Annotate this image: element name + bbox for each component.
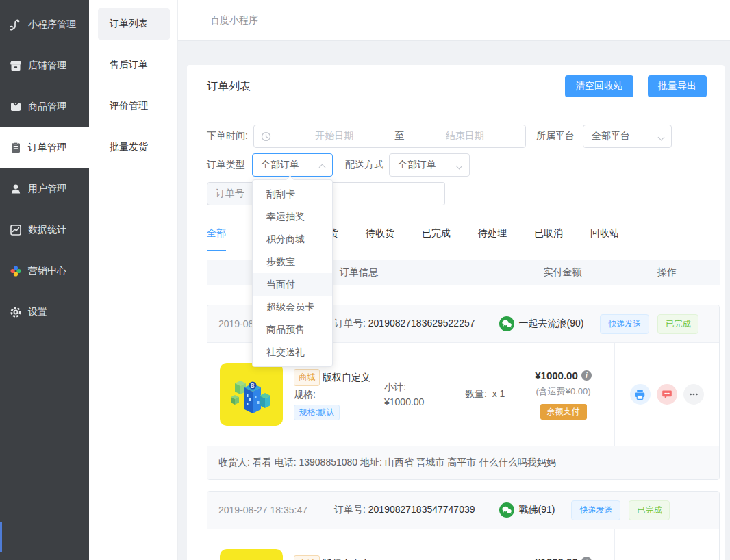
product-name[interactable]: 版权自定义 <box>323 372 370 383</box>
secondary-sidebar: 订单列表 售后订单 评价管理 批量发货 <box>89 0 178 560</box>
order-number: 订单号: 20190827183547747039 <box>334 504 475 516</box>
delivery-badge: 快递发送 <box>600 314 649 334</box>
panel-header: 订单列表 清空回收站 批量导出 <box>207 65 720 97</box>
sidebar-item-orders[interactable]: 订单管理 <box>0 127 89 168</box>
address-text: 收货人: 看看 电话: 13908851080 地址: 山西省 晋城市 高平市 … <box>218 457 555 469</box>
tab-cancelled[interactable]: 已取消 <box>534 227 563 251</box>
submenu-item-batch-ship[interactable]: 批量发货 <box>98 131 170 163</box>
date-range-input[interactable]: 开始日期 至 结束日期 <box>253 125 526 148</box>
wechat-icon <box>499 316 514 331</box>
buyer[interactable]: 戰佛(91) <box>499 502 555 518</box>
more-button[interactable] <box>683 384 704 405</box>
date-start-placeholder[interactable]: 开始日期 <box>274 130 395 142</box>
order-icon <box>10 142 22 154</box>
delivery-mode-select[interactable]: 全部订单 <box>389 153 470 177</box>
dropdown-option[interactable]: 积分商城 <box>253 228 332 251</box>
sidebar-item-shop[interactable]: 店铺管理 <box>0 45 89 86</box>
date-end-placeholder[interactable]: 结束日期 <box>405 130 526 142</box>
clear-recycle-button[interactable]: 清空回收站 <box>565 75 633 97</box>
ellipsis-icon <box>688 389 699 400</box>
shop-icon <box>10 60 22 72</box>
order-card: 2019-08-27 18:35:47 订单号: 201908271835477… <box>207 491 720 560</box>
submenu-item-reviews[interactable]: 评价管理 <box>98 90 170 122</box>
app-window: 小程序管理 店铺管理 商品管理 订单管理 用户管理 <box>0 0 730 560</box>
actions-cell <box>615 343 718 446</box>
clock-icon <box>261 131 271 142</box>
order-type-select[interactable]: 全部订单 <box>252 153 333 177</box>
message-button[interactable] <box>657 384 677 405</box>
batch-export-button[interactable]: 批量导出 <box>648 75 707 97</box>
tab-recycle[interactable]: 回收站 <box>590 227 619 251</box>
sidebar-item-label: 商品管理 <box>28 101 66 113</box>
order-type-label: 订单类型 <box>207 159 245 171</box>
product-info-cell: 商城版权自定义 规格: 规格:默认 小计: ¥1000.00 数量: x 1 <box>207 529 512 560</box>
platform-filter-label: 所属平台 <box>536 130 575 142</box>
dropdown-option[interactable]: 刮刮卡 <box>253 183 332 205</box>
product-thumbnail[interactable] <box>220 549 283 560</box>
filter-row-time: 下单时间: 开始日期 至 结束日期 所属平台 全部平台 <box>207 125 720 148</box>
subtotal-value: ¥1000.00 <box>384 394 450 409</box>
sidebar-item-label: 订单管理 <box>28 142 66 154</box>
amount-cell: ¥1000.00i (含运费¥0.00) 余额支付 <box>512 343 615 446</box>
submenu-item-label: 批量发货 <box>110 141 148 153</box>
svg-text:B: B <box>251 383 255 390</box>
sidebar-item-goods[interactable]: 商品管理 <box>0 86 89 127</box>
print-button[interactable] <box>630 384 651 405</box>
dropdown-option[interactable]: 商品预售 <box>253 318 332 341</box>
sidebar-item-marketing[interactable]: 营销中心 <box>0 251 89 292</box>
sidebar-scrollbar-thumb[interactable] <box>0 522 2 552</box>
mall-tag: 商城 <box>294 369 320 386</box>
dropdown-option[interactable]: 社交送礼 <box>253 341 332 364</box>
dropdown-option[interactable]: 幸运抽奖 <box>253 205 332 228</box>
dropdown-option[interactable]: 步数宝 <box>253 251 332 273</box>
order-body: 商城版权自定义 规格: 规格:默认 小计: ¥1000.00 数量: x 1 ¥… <box>207 529 719 560</box>
dropdown-option[interactable]: 超级会员卡 <box>253 296 332 318</box>
spec-badge: 规格:默认 <box>294 405 340 420</box>
goods-icon <box>10 101 22 113</box>
amount-cell: ¥1000.00i (含运费¥0.00) 余额支付 <box>512 529 615 560</box>
subtotal-block: 小计: ¥1000.00 <box>384 379 450 409</box>
primary-sidebar: 小程序管理 店铺管理 商品管理 订单管理 用户管理 <box>0 0 89 560</box>
submenu-item-order-list[interactable]: 订单列表 <box>98 8 170 40</box>
order-number: 订单号: 20190827183629522257 <box>334 318 475 330</box>
stats-icon <box>10 224 22 236</box>
info-icon[interactable]: i <box>581 557 592 560</box>
settings-icon <box>10 306 22 318</box>
mini-program-icon <box>10 18 22 31</box>
sidebar-item-settings[interactable]: 设置 <box>0 292 89 333</box>
platform-label[interactable]: 百度小程序 <box>210 14 258 27</box>
buyer-name: 戰佛(91) <box>519 504 555 516</box>
filter-row-type: 订单类型 全部订单 配送方式 全部订单 <box>207 153 720 177</box>
submenu-item-label: 评价管理 <box>110 100 148 112</box>
topbar: 百度小程序 <box>178 0 730 41</box>
search-type-select[interactable]: 订单号 <box>207 182 258 205</box>
column-header-amount: 实付金额 <box>511 266 614 279</box>
quantity: 数量: x 1 <box>465 388 505 400</box>
product-thumbnail[interactable]: B <box>220 363 283 426</box>
tab-pending[interactable]: 待处理 <box>478 227 507 251</box>
product-name[interactable]: 版权自定义 <box>323 558 370 560</box>
buyer[interactable]: 一起去流浪(90) <box>499 316 584 331</box>
tab-completed[interactable]: 已完成 <box>422 227 451 251</box>
page-title: 订单列表 <box>207 79 251 94</box>
sidebar-item-label: 营销中心 <box>28 265 66 277</box>
submenu-item-label: 订单列表 <box>110 18 148 30</box>
order-date: 2019-08-27 18:35:47 <box>218 505 314 516</box>
pay-method-badge: 余额支付 <box>540 404 587 420</box>
platform-select[interactable]: 全部平台 <box>583 125 672 148</box>
sidebar-item-stats[interactable]: 数据统计 <box>0 209 89 251</box>
sidebar-item-label: 设置 <box>28 306 47 318</box>
freight-note: (含运费¥0.00) <box>536 385 590 398</box>
printer-icon <box>634 389 646 400</box>
tab-all[interactable]: 全部 <box>207 227 226 251</box>
submenu-item-aftersale[interactable]: 售后订单 <box>98 49 170 81</box>
dropdown-option[interactable]: 当面付 <box>253 273 332 296</box>
sidebar-item-users[interactable]: 用户管理 <box>0 168 89 209</box>
info-icon[interactable]: i <box>581 370 592 381</box>
sidebar-item-mini-program[interactable]: 小程序管理 <box>0 4 89 45</box>
order-time-label: 下单时间: <box>207 130 250 142</box>
marketing-icon <box>10 265 22 277</box>
submenu-item-label: 售后订单 <box>110 59 148 71</box>
order-header: 2019-08-27 18:35:47 订单号: 201908271835477… <box>207 492 719 529</box>
tab-shipped[interactable]: 待收货 <box>366 227 394 251</box>
